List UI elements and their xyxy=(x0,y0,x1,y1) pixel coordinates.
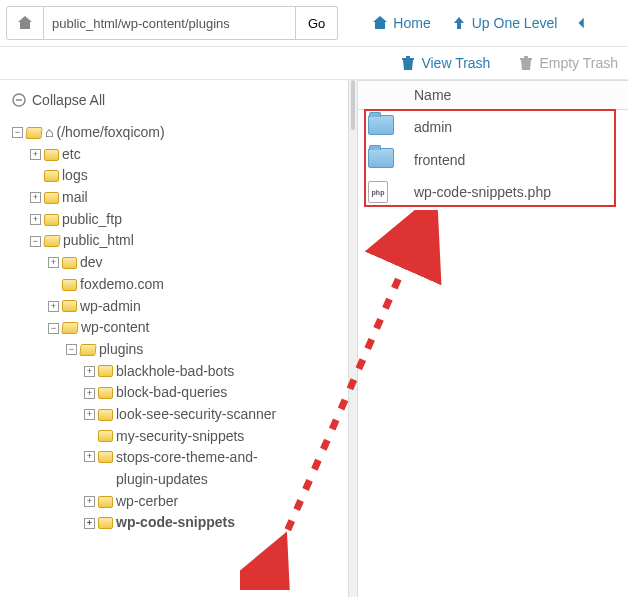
trash-icon xyxy=(518,55,534,71)
tree-item-snippets[interactable]: +wp-code-snippets xyxy=(84,512,340,534)
plus-icon[interactable]: + xyxy=(84,409,95,420)
pane-divider[interactable] xyxy=(348,80,358,597)
tree-item-mail[interactable]: +mail xyxy=(30,187,340,209)
folder-icon xyxy=(98,517,113,529)
folder-tree: − ⌂ (/home/foxqicom) +etc logs +mail +pu… xyxy=(12,122,340,534)
trash-icon xyxy=(400,55,416,71)
tree-item-public-ftp[interactable]: +public_ftp xyxy=(30,209,340,231)
folder-icon xyxy=(44,214,59,226)
folder-open-icon xyxy=(61,322,78,334)
folder-icon xyxy=(98,430,113,442)
file-table: Name admin frontend php wp-code-snippets… xyxy=(358,80,628,208)
tree-item-stops[interactable]: +stops-core-theme-and-plugin-updates xyxy=(84,447,340,490)
tree-item-dev[interactable]: +dev xyxy=(48,252,340,274)
tree-item-logs[interactable]: logs xyxy=(30,165,340,187)
tree-item-foxdemo[interactable]: foxdemo.com xyxy=(48,274,340,296)
view-trash-label: View Trash xyxy=(421,55,490,71)
tree-root[interactable]: − ⌂ (/home/foxqicom) xyxy=(12,122,340,144)
plus-icon[interactable]: + xyxy=(84,388,95,399)
folder-icon xyxy=(44,170,59,182)
up-arrow-icon xyxy=(451,15,467,31)
folder-open-icon xyxy=(79,344,96,356)
go-button[interactable]: Go xyxy=(296,6,338,40)
collapse-all-label: Collapse All xyxy=(32,92,105,108)
plus-icon[interactable]: + xyxy=(84,518,95,529)
folder-icon xyxy=(44,149,59,161)
tree-item-plugins[interactable]: −plugins xyxy=(66,339,340,361)
php-file-icon: php xyxy=(368,181,388,203)
table-row[interactable]: admin xyxy=(358,110,628,144)
empty-trash-link: Empty Trash xyxy=(518,55,618,71)
folder-icon xyxy=(98,451,113,463)
tree-item-blackhole[interactable]: +blackhole-bad-bots xyxy=(84,361,340,383)
folder-icon xyxy=(98,365,113,377)
house-icon: ⌂ xyxy=(45,122,53,144)
tree-item-etc[interactable]: +etc xyxy=(30,144,340,166)
plus-icon[interactable]: + xyxy=(30,149,41,160)
file-name: admin xyxy=(404,110,628,144)
tree-root-label: (/home/foxqicom) xyxy=(56,122,164,144)
folder-open-icon xyxy=(43,235,60,247)
path-input[interactable] xyxy=(44,6,296,40)
collapse-icon xyxy=(12,93,26,107)
tree-item-public-html[interactable]: −public_html xyxy=(30,230,340,252)
home-link-label: Home xyxy=(393,15,430,31)
plus-icon[interactable]: + xyxy=(84,451,95,462)
minus-icon[interactable]: − xyxy=(66,344,77,355)
tree-item-mysec[interactable]: my-security-snippets xyxy=(84,426,340,448)
tree-item-wp-admin[interactable]: +wp-admin xyxy=(48,296,340,318)
name-column-header[interactable]: Name xyxy=(404,81,628,110)
empty-trash-label: Empty Trash xyxy=(539,55,618,71)
tree-item-bbq[interactable]: +block-bad-queries xyxy=(84,382,340,404)
minus-icon[interactable]: − xyxy=(12,127,23,138)
folder-icon xyxy=(62,257,77,269)
plus-icon[interactable]: + xyxy=(30,214,41,225)
plus-icon[interactable]: + xyxy=(48,257,59,268)
plus-icon[interactable]: + xyxy=(48,301,59,312)
collapse-all-button[interactable]: Collapse All xyxy=(12,92,340,108)
folder-icon xyxy=(44,192,59,204)
chevron-left-icon[interactable] xyxy=(575,15,589,31)
home-icon-button[interactable] xyxy=(6,6,44,40)
plus-icon[interactable]: + xyxy=(84,496,95,507)
tree-item-looksee[interactable]: +look-see-security-scanner xyxy=(84,404,340,426)
folder-icon xyxy=(98,409,113,421)
folder-icon xyxy=(368,115,394,135)
folder-icon xyxy=(368,148,394,168)
tree-item-cerber[interactable]: +wp-cerber xyxy=(84,491,340,513)
view-trash-link[interactable]: View Trash xyxy=(390,55,500,71)
folder-icon xyxy=(98,387,113,399)
house-icon xyxy=(372,15,388,31)
minus-icon[interactable]: − xyxy=(30,236,41,247)
table-row[interactable]: php wp-code-snippets.php xyxy=(358,176,628,208)
file-name: frontend xyxy=(404,143,628,176)
up-level-link[interactable]: Up One Level xyxy=(441,15,568,31)
tree-item-wp-content[interactable]: −wp-content xyxy=(48,317,340,339)
folder-icon xyxy=(98,496,113,508)
up-level-label: Up One Level xyxy=(472,15,558,31)
house-icon xyxy=(17,15,33,31)
plus-icon[interactable]: + xyxy=(84,366,95,377)
file-name: wp-code-snippets.php xyxy=(404,176,628,208)
folder-open-icon xyxy=(25,127,42,139)
home-link[interactable]: Home xyxy=(362,15,440,31)
folder-icon xyxy=(62,300,77,312)
plus-icon[interactable]: + xyxy=(30,192,41,203)
table-row[interactable]: frontend xyxy=(358,143,628,176)
folder-icon xyxy=(62,279,77,291)
minus-icon[interactable]: − xyxy=(48,323,59,334)
